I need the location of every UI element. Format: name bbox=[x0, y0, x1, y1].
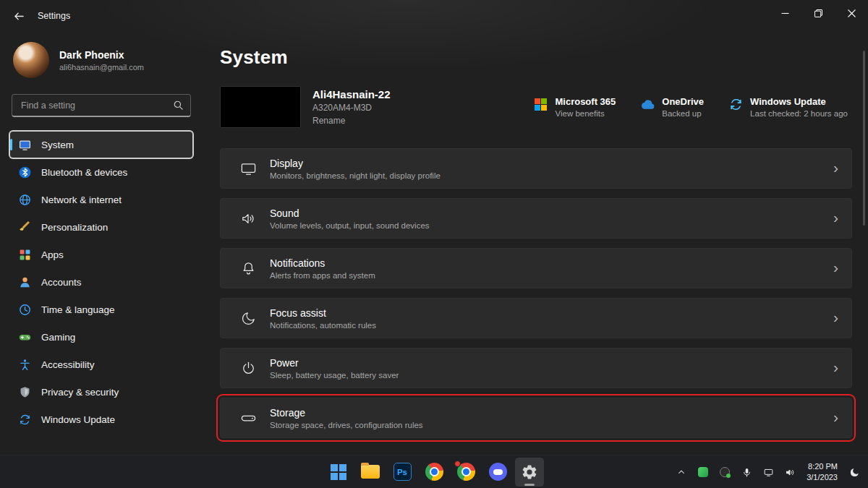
minimize-icon bbox=[781, 9, 789, 17]
sidebar-item-personalization[interactable]: Personalization bbox=[10, 214, 192, 240]
settings-body: Dark Phoenix ali6hasnain@gmail.com Syste… bbox=[0, 32, 868, 455]
sidebar-item-apps[interactable]: Apps bbox=[10, 241, 192, 267]
restore-button[interactable] bbox=[801, 0, 835, 26]
sidebar-item-label: Network & internet bbox=[41, 194, 122, 205]
power-row[interactable]: Power Sleep, battery usage, battery save… bbox=[220, 348, 852, 388]
notifications-row[interactable]: Notifications Alerts from apps and syste… bbox=[220, 248, 852, 288]
tray-status-icon bbox=[720, 467, 730, 477]
sidebar-item-label: Apps bbox=[41, 249, 64, 260]
file-explorer-button[interactable] bbox=[356, 458, 385, 487]
page-title: System bbox=[220, 46, 852, 69]
focus-assist-row[interactable]: Focus assist Notifications, automatic ru… bbox=[220, 298, 852, 338]
titlebar: Settings bbox=[0, 0, 868, 32]
network-tray-button[interactable] bbox=[759, 460, 778, 484]
tray-app-button-1[interactable] bbox=[694, 460, 712, 484]
row-subtitle: Volume levels, output, input, sound devi… bbox=[270, 221, 430, 230]
sidebar-item-time-language[interactable]: Time & language bbox=[10, 296, 192, 322]
sidebar-item-label: Time & language bbox=[41, 304, 115, 315]
accounts-icon bbox=[19, 276, 31, 288]
sidebar-item-label: Privacy & security bbox=[41, 387, 119, 398]
sidebar-item-gaming[interactable]: Gaming bbox=[10, 324, 192, 350]
sidebar-item-label: Accounts bbox=[41, 277, 82, 288]
sidebar-item-bluetooth-devices[interactable]: Bluetooth & devices bbox=[10, 159, 192, 185]
network-icon bbox=[19, 194, 31, 206]
device-header: Ali4Hasnain-22 A320AM4-M3D Rename Micros… bbox=[220, 86, 852, 128]
do-not-disturb-icon bbox=[849, 467, 860, 478]
card-title: Windows Update bbox=[750, 96, 848, 107]
sidebar-item-network-internet[interactable]: Network & internet bbox=[10, 187, 192, 213]
chevron-right-icon: › bbox=[833, 309, 838, 327]
device-model: A320AM4-M3D bbox=[312, 103, 391, 113]
display-icon bbox=[239, 160, 257, 177]
sound-row[interactable]: Sound Volume levels, output, input, soun… bbox=[220, 198, 852, 239]
windows-update-card[interactable]: Windows Update Last checked: 2 hours ago bbox=[728, 96, 848, 118]
back-button[interactable] bbox=[4, 3, 33, 29]
windows-start-icon bbox=[331, 464, 346, 480]
scrollbar[interactable] bbox=[863, 51, 865, 226]
file-explorer-icon bbox=[361, 465, 380, 479]
system-icon bbox=[19, 139, 31, 151]
tray-app-button-2[interactable] bbox=[715, 460, 734, 484]
tray-overflow-button[interactable] bbox=[672, 460, 691, 484]
microphone-icon bbox=[741, 467, 752, 478]
onedrive-card[interactable]: OneDrive Backed up bbox=[640, 96, 704, 118]
taskbar-clock[interactable]: 8:20 PM 3/1/2023 bbox=[802, 461, 842, 483]
windows-update-icon bbox=[728, 97, 743, 111]
row-title: Focus assist bbox=[270, 307, 376, 319]
windows-update-icon bbox=[19, 414, 31, 426]
volume-tray-button[interactable] bbox=[780, 460, 799, 484]
chrome-profile-button[interactable] bbox=[451, 458, 480, 487]
sound-icon bbox=[239, 210, 257, 227]
sidebar-item-label: System bbox=[41, 140, 74, 150]
sidebar: Dark Phoenix ali6hasnain@gmail.com Syste… bbox=[0, 32, 203, 455]
search-icon bbox=[173, 100, 184, 111]
clock-time: 8:20 PM bbox=[807, 461, 838, 472]
row-title: Sound bbox=[270, 207, 430, 219]
sidebar-item-privacy-security[interactable]: Privacy & security bbox=[10, 379, 192, 405]
settings-window: Settings Dark Phoenix ali6hasnain@gmail.… bbox=[0, 0, 868, 488]
microsoft-365-card[interactable]: Microsoft 365 View benefits bbox=[533, 96, 616, 118]
accessibility-icon bbox=[19, 359, 31, 371]
notification-center-button[interactable] bbox=[845, 460, 864, 484]
settings-taskbar-button[interactable] bbox=[515, 458, 544, 487]
search-input[interactable] bbox=[12, 94, 191, 117]
onedrive-icon bbox=[640, 97, 655, 111]
discord-button[interactable] bbox=[483, 458, 512, 487]
start-button[interactable] bbox=[324, 458, 353, 487]
power-icon bbox=[239, 359, 257, 377]
sidebar-item-accounts[interactable]: Accounts bbox=[10, 269, 192, 295]
close-button[interactable] bbox=[835, 0, 868, 26]
row-title: Power bbox=[270, 357, 399, 369]
device-name: Ali4Hasnain-22 bbox=[312, 88, 391, 100]
storage-row[interactable]: Storage Storage space, drives, configura… bbox=[220, 398, 852, 438]
notifications-icon bbox=[239, 260, 257, 277]
account-profile[interactable]: Dark Phoenix ali6hasnain@gmail.com bbox=[13, 42, 190, 78]
card-subtitle: Backed up bbox=[662, 109, 704, 118]
sidebar-item-accessibility[interactable]: Accessibility bbox=[10, 351, 192, 377]
display-tray-icon bbox=[763, 467, 774, 478]
gaming-icon bbox=[19, 331, 31, 343]
sidebar-item-label: Bluetooth & devices bbox=[41, 167, 127, 178]
back-arrow-icon bbox=[14, 11, 25, 22]
taskbar-apps: Ps bbox=[324, 458, 544, 487]
restore-icon bbox=[814, 9, 822, 17]
sidebar-item-system[interactable]: System bbox=[10, 132, 192, 158]
sidebar-item-windows-update[interactable]: Windows Update bbox=[10, 406, 192, 432]
personalization-icon bbox=[19, 221, 31, 234]
display-row[interactable]: Display Monitors, brightness, night ligh… bbox=[220, 148, 852, 189]
photoshop-button[interactable]: Ps bbox=[388, 458, 417, 487]
chevron-right-icon: › bbox=[833, 409, 838, 427]
card-subtitle: View benefits bbox=[555, 109, 616, 118]
row-subtitle: Notifications, automatic rules bbox=[270, 321, 376, 330]
close-icon bbox=[848, 9, 856, 17]
chevron-right-icon: › bbox=[833, 359, 838, 377]
minimize-button[interactable] bbox=[768, 0, 801, 26]
settings-gear-icon bbox=[521, 463, 538, 481]
chrome-button[interactable] bbox=[420, 458, 448, 487]
speaker-icon bbox=[785, 467, 796, 478]
privacy-icon bbox=[19, 386, 31, 398]
row-subtitle: Sleep, battery usage, battery saver bbox=[270, 371, 399, 380]
rename-button[interactable]: Rename bbox=[312, 116, 391, 126]
microphone-tray-button[interactable] bbox=[737, 460, 756, 484]
chevron-right-icon: › bbox=[833, 210, 838, 227]
